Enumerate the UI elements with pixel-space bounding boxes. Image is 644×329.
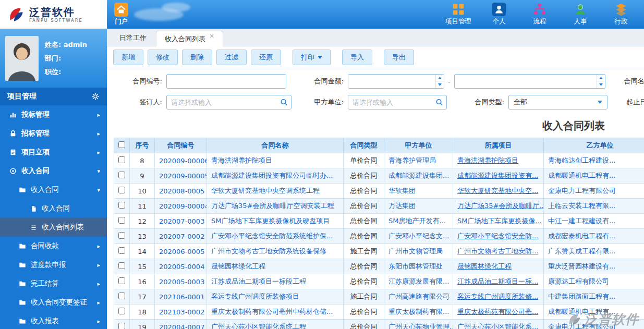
cell-party-a[interactable]: 重庆太极制药有限...	[384, 304, 453, 320]
amount-max-input[interactable]	[454, 74, 605, 89]
sidebar-item-bid-management[interactable]: 投标管理 ▸	[0, 105, 107, 124]
cell-contract-name[interactable]: 重庆太极制药有限公司亳州中药材仓储...	[207, 304, 344, 320]
cell-party-a[interactable]: 江苏康源发展有限...	[384, 274, 453, 289]
cell-contract-no[interactable]: 202005-0003	[155, 274, 207, 289]
tab-income-contract-list[interactable]: 收入合同列表 ×	[156, 31, 223, 46]
sidebar-item-contract-change-visa[interactable]: 收入合同变更签证 ▸	[0, 293, 107, 312]
nav-item-project-management[interactable]: 项目管理	[444, 3, 473, 26]
spinner-down-icon[interactable]	[597, 81, 605, 89]
tab-daily-work[interactable]: 日常工作	[111, 30, 155, 46]
cell-contract-no[interactable]: 202007-0002	[155, 229, 207, 244]
spinner-down-icon[interactable]	[436, 81, 444, 89]
contract-type-select[interactable]: 全部	[508, 95, 607, 109]
cell-contract-name[interactable]: 成都能源建设集团投资有限公司临时办...	[207, 168, 344, 184]
tab-close-icon[interactable]: ×	[209, 31, 214, 40]
row-checkbox[interactable]	[118, 172, 125, 178]
cell-contract-no[interactable]: 202006-0005	[155, 244, 207, 259]
row-checkbox[interactable]	[118, 217, 125, 224]
row-checkbox[interactable]	[118, 247, 125, 254]
filter-button[interactable]: 过滤	[216, 50, 247, 65]
cell-contract-name[interactable]: 客运专线广州调度所装修项目	[207, 289, 344, 304]
row-checkbox[interactable]	[118, 293, 125, 299]
nav-item-workflow[interactable]: 流程	[525, 3, 554, 26]
party-a-input[interactable]	[348, 95, 447, 109]
print-button[interactable]: 打印	[293, 50, 331, 65]
cell-contract-no[interactable]: 202008-0005	[155, 184, 207, 199]
cell-party-a[interactable]: 东阳市园林管理处	[384, 259, 453, 274]
cell-party-b[interactable]: 金康电力工程有限公司	[544, 320, 644, 329]
sidebar-item-income-contract[interactable]: 收入合同 ▾	[0, 162, 107, 180]
row-checkbox[interactable]	[118, 308, 125, 314]
sidebar-item-tender-management[interactable]: 招标管理 ▸	[0, 124, 107, 143]
gear-icon[interactable]	[91, 92, 100, 101]
cell-contract-name[interactable]: 华软大厦研究基地中央空调系统工程	[207, 184, 344, 199]
cell-party-b[interactable]: 广东赞美成工程有限...	[544, 244, 644, 259]
cell-party-b[interactable]: 上临云安装工程有限...	[544, 199, 644, 214]
cell-project[interactable]: 万达广场35#会所及咖啡厅...	[453, 199, 544, 214]
cell-contract-no[interactable]: 202009-00005	[155, 168, 207, 184]
sidebar-item-completion-settlement[interactable]: 完工结算 ▸	[0, 274, 107, 293]
search-icon[interactable]	[435, 99, 443, 106]
sidebar-item-contract-receipts[interactable]: 合同收款 ▸	[0, 237, 107, 255]
cell-contract-no[interactable]: 202106-0001	[155, 289, 207, 304]
cell-contract-no[interactable]: 202103-0002	[155, 304, 207, 320]
nav-item-hr[interactable]: 人事	[566, 3, 595, 26]
row-checkbox[interactable]	[118, 277, 125, 284]
search-icon[interactable]	[280, 99, 288, 106]
cell-contract-name[interactable]: 广州市文物考古工地安防系统设备保修	[207, 244, 344, 259]
cell-contract-name[interactable]: 青海洪湖养护院项目	[207, 153, 344, 168]
select-all-checkbox[interactable]	[118, 141, 125, 148]
cell-party-a[interactable]: 广州高速路有限公司	[384, 289, 453, 304]
cell-party-b[interactable]: 中江一建工程建设有...	[544, 214, 644, 229]
cell-project[interactable]: 重庆太极药苑有限公司亳...	[453, 304, 544, 320]
row-checkbox[interactable]	[118, 202, 125, 209]
cell-contract-name[interactable]: 江苏成品油二期项目一标段工程	[207, 274, 344, 289]
cell-project[interactable]: SM广场地下车库更换摄像...	[453, 214, 544, 229]
row-checkbox[interactable]	[118, 262, 125, 269]
row-checkbox[interactable]	[118, 232, 125, 239]
cell-contract-no[interactable]: 202007-0003	[155, 214, 207, 229]
restore-button[interactable]: 还原	[251, 50, 281, 65]
cell-party-b[interactable]: 成都暖通机电工程有...	[544, 168, 644, 184]
sidebar-item-income-contract-group[interactable]: 收入合同 ▾	[0, 180, 107, 199]
sidebar-item-progress-payment[interactable]: 进度款申报 ▸	[0, 255, 107, 274]
cell-party-b[interactable]: 金康电力工程有限公司	[544, 184, 644, 199]
cell-project[interactable]: 广州天心苑小区智能化系...	[453, 320, 544, 329]
cell-project[interactable]: 华软大厦研究基地中央空...	[453, 184, 544, 199]
cell-contract-no[interactable]: 202005-0004	[155, 259, 207, 274]
cell-contract-name[interactable]: SM广场地下车库更换摄像机及硬盘项目	[207, 214, 344, 229]
cell-party-a[interactable]: 青海养护管理局	[384, 153, 453, 168]
amount-min-input[interactable]	[348, 74, 444, 89]
spinner-up-icon[interactable]	[436, 75, 444, 81]
cell-party-a[interactable]: SM房地产开发有...	[384, 214, 453, 229]
cell-contract-name[interactable]: 晟铭园林绿化工程	[207, 259, 344, 274]
cell-contract-name[interactable]: 广安邓小平纪念馆安全防范系统维护保...	[207, 229, 344, 244]
sidebar-item-income-contract-list[interactable]: 收入合同列表	[0, 218, 107, 237]
cell-contract-no[interactable]: 202004-0007	[155, 320, 207, 329]
add-button[interactable]: 新增	[113, 50, 143, 65]
cell-contract-no[interactable]: 202009-00006	[155, 153, 207, 168]
cell-party-a[interactable]: 成都能源建设集团...	[384, 168, 453, 184]
cell-contract-name[interactable]: 万达广场35#会所及咖啡厅空调安装工程	[207, 199, 344, 214]
nav-item-personal[interactable]: 个人	[484, 3, 514, 26]
sidebar-item-income-contract-entry[interactable]: 收入合同	[0, 199, 107, 218]
row-checkbox[interactable]	[118, 323, 125, 329]
sidebar-item-income-reports[interactable]: 收入报表 ▸	[0, 312, 107, 329]
cell-party-b[interactable]: 成都暖通机电工程有...	[544, 304, 644, 320]
cell-party-a[interactable]: 广安邓小平纪念文...	[384, 229, 453, 244]
cell-party-b[interactable]: 康源达工程有限公司	[544, 274, 644, 289]
delete-button[interactable]: 删除	[182, 50, 212, 65]
cell-party-a[interactable]: 华软集团	[384, 184, 453, 199]
cell-party-b[interactable]: 成都宏泰机电工程有...	[544, 229, 644, 244]
cell-project[interactable]: 江苏成品油二期项目一标...	[453, 274, 544, 289]
cell-party-a[interactable]: 万达集团	[384, 199, 453, 214]
cell-party-a[interactable]: 广州市文物管理局	[384, 244, 453, 259]
cell-contract-no[interactable]: 202009-00004	[155, 199, 207, 214]
cell-project[interactable]: 晟铭园林绿化工程	[453, 259, 544, 274]
row-checkbox[interactable]	[118, 187, 125, 193]
cell-project[interactable]: 青海洪湖养护院项目	[453, 153, 544, 168]
nav-item-administration[interactable]: 行政	[606, 3, 636, 26]
cell-project[interactable]: 客运专线广州调度所装修...	[453, 289, 544, 304]
cell-project[interactable]: 广安邓小平纪念馆安全防...	[453, 229, 544, 244]
export-button[interactable]: 导出	[384, 50, 414, 65]
